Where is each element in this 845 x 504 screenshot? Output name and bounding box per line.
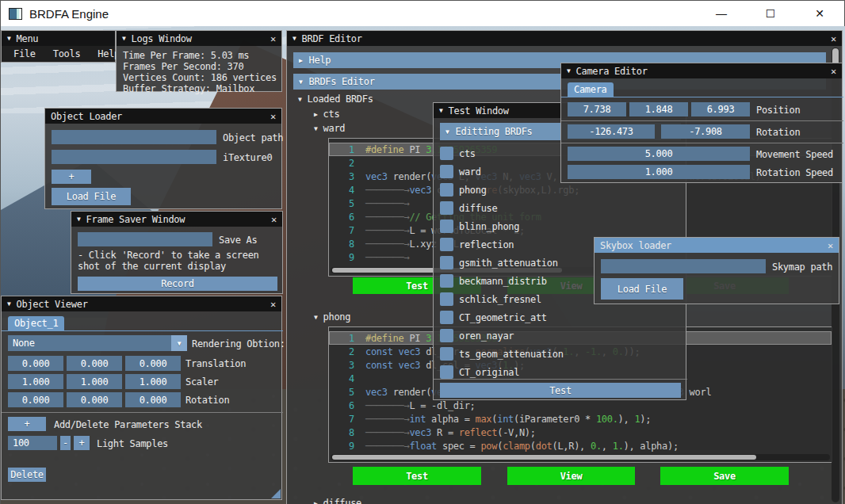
close-icon[interactable]: ✕ [270, 111, 276, 122]
add-texture-button[interactable]: + [52, 170, 91, 184]
scaler-x-input[interactable]: 1.000 [8, 374, 63, 389]
close-icon[interactable]: ✕ [271, 214, 277, 225]
phong-save-button[interactable]: Save [660, 467, 789, 485]
translation-z-input[interactable]: 0.000 [125, 356, 181, 371]
checkbox[interactable] [440, 201, 453, 215]
test-brdfs-button[interactable]: Test [440, 383, 681, 398]
phong-test-button[interactable]: Test [353, 467, 481, 485]
add-parameter-button[interactable]: + [8, 417, 46, 431]
brdf-checkbox-row[interactable]: oren_nayar [434, 326, 687, 345]
close-icon[interactable]: ✕ [831, 33, 836, 44]
scaler-y-input[interactable]: 1.000 [67, 374, 122, 389]
save-as-input[interactable] [78, 232, 212, 246]
camera-position-x-input[interactable]: 7.738 [568, 102, 626, 116]
rotation-z-input[interactable]: 0.000 [125, 392, 181, 407]
tree-node-cts[interactable]: ▶ cts [314, 107, 339, 121]
tree-node-diffuse[interactable]: ▶ diffuse [314, 496, 361, 504]
brdf-checkbox-row[interactable]: phong [434, 181, 687, 199]
camera-editor-titlebar[interactable]: ▼ Camera Editor ✕ [561, 63, 842, 78]
object-loader-titlebar[interactable]: Object Loader ✕ [45, 109, 281, 124]
collapse-arrow-icon[interactable]: ▼ [122, 35, 126, 42]
checkbox[interactable] [440, 365, 453, 379]
tree-node-loaded-brdfs[interactable]: ▼ Loaded BRDFs [298, 92, 373, 106]
frame-saver-titlebar[interactable]: ▼ Frame Saver Window ✕ [71, 212, 282, 227]
object-path-input[interactable] [52, 130, 216, 144]
collapse-arrow-icon[interactable]: ▼ [439, 107, 443, 114]
camera-position-y-input[interactable]: 1.848 [629, 102, 688, 116]
light-samples-decrement-button[interactable]: - [60, 436, 71, 450]
checkbox[interactable] [440, 347, 453, 361]
editting-brdfs-label: Editting BRDFs [456, 126, 533, 137]
checkbox[interactable] [440, 256, 453, 269]
camera-rotation-yaw-input[interactable]: -126.473 [568, 124, 655, 139]
tab-camera[interactable]: Camera [568, 82, 614, 97]
scaler-z-input[interactable]: 1.000 [125, 374, 181, 389]
collapse-arrow-icon[interactable]: ▼ [292, 35, 296, 42]
brdf-checkbox-row[interactable]: ts_geom_attenuation [434, 345, 687, 363]
camera-rotation-pitch-input[interactable]: -7.908 [661, 124, 750, 139]
menu-titlebar[interactable]: ▼ Menu [2, 31, 115, 46]
close-icon[interactable]: ✕ [270, 299, 276, 310]
phong-view-button[interactable]: View [507, 467, 635, 485]
load-skybox-button[interactable]: Load File [601, 278, 683, 300]
light-samples-input[interactable]: 100 [8, 436, 57, 450]
collapse-arrow-icon[interactable]: ▼ [567, 67, 571, 74]
collapse-arrow-icon[interactable]: ▼ [7, 35, 11, 42]
rendering-option-combo[interactable]: None [8, 335, 171, 351]
brdf-checkbox-row[interactable]: diffuse [434, 199, 687, 217]
translation-x-input[interactable]: 0.000 [8, 356, 63, 371]
menu-item-file[interactable]: File [13, 48, 36, 59]
close-icon[interactable]: ✕ [270, 33, 276, 44]
tree-node-phong[interactable]: ▼ phong [314, 310, 350, 324]
checkbox[interactable] [440, 238, 453, 251]
record-button[interactable]: Record [78, 277, 277, 291]
object-viewer-title: Object Viewer [17, 299, 266, 310]
checkbox[interactable] [440, 165, 453, 178]
collapse-arrow-icon[interactable]: ▼ [77, 216, 81, 223]
rotation-y-input[interactable]: 0.000 [67, 392, 122, 407]
close-icon[interactable]: ✕ [828, 240, 833, 251]
maximize-icon[interactable]: ☐ [746, 1, 795, 26]
brdf-checkbox-row[interactable]: blinn_phong [434, 217, 687, 235]
camera-editor-title: Camera Editor [576, 66, 826, 77]
collapse-arrow-icon[interactable]: ▼ [7, 300, 11, 307]
checkbox[interactable] [440, 292, 453, 306]
checkbox[interactable] [440, 274, 453, 288]
tab-object-1[interactable]: Object_1 [8, 316, 64, 330]
light-samples-increment-button[interactable]: + [74, 436, 90, 450]
load-object-button[interactable]: Load File [52, 188, 131, 205]
brdf-editor-titlebar[interactable]: ▼ BRDF Editor ✕ [287, 31, 842, 46]
close-icon[interactable]: ✕ [795, 1, 844, 26]
camera-position-z-input[interactable]: 6.993 [691, 102, 750, 116]
tree-node-label: cts [323, 109, 340, 120]
phong-editor-hscrollbar[interactable] [331, 454, 830, 460]
checkbox[interactable] [440, 220, 453, 233]
rotation-x-input[interactable]: 0.000 [8, 392, 63, 407]
checkbox[interactable] [440, 147, 453, 160]
skymap-path-input[interactable] [601, 259, 766, 273]
tree-node-ward[interactable]: ▼ ward [314, 121, 345, 136]
code-line[interactable]: 7───────→int alpha = max(int(iParameter0… [329, 412, 832, 426]
resize-grip-icon[interactable] [271, 489, 281, 498]
close-icon[interactable]: ✕ [831, 66, 836, 77]
translation-y-input[interactable]: 0.000 [67, 356, 122, 371]
object-viewer-titlebar[interactable]: ▼ Object Viewer ✕ [2, 296, 281, 311]
separator [2, 412, 283, 413]
brdf-checkbox-row[interactable]: CT_geometric_att [434, 308, 687, 326]
checkbox[interactable] [440, 311, 453, 324]
code-line[interactable]: 9───────→float spec = pow(clamp(dot(L,R)… [329, 439, 832, 452]
chevron-down-icon[interactable]: ▼ [171, 335, 187, 351]
rotation-speed-input[interactable]: 1.000 [568, 165, 750, 179]
menu-item-tools[interactable]: Tools [53, 48, 81, 59]
skybox-loader-titlebar[interactable]: Skybox loader ✕ [595, 238, 839, 253]
movement-speed-input[interactable]: 5.000 [568, 147, 750, 161]
logs-titlebar[interactable]: ▼ Logs Window ✕ [117, 31, 281, 46]
itexture0-input[interactable] [52, 150, 216, 164]
checkbox[interactable] [440, 183, 453, 197]
code-line[interactable]: 6───────→L = -dl_dir; [329, 399, 832, 412]
code-line[interactable]: 8───────→vec3 R = reflect(-V,N); [329, 426, 832, 439]
minimize-icon[interactable]: — [697, 1, 746, 26]
delete-object-button[interactable]: Delete [8, 468, 46, 482]
line-number: 3 [329, 360, 354, 371]
checkbox[interactable] [440, 329, 453, 342]
